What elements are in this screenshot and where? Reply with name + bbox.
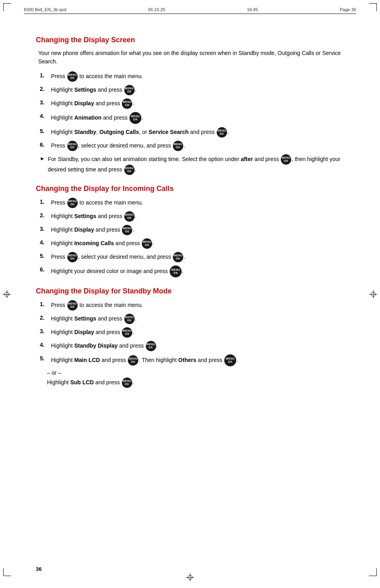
inc-step-5-num: 5.: [40, 252, 51, 261]
step-2-content: Highlight Settings and press MENUOK.: [51, 85, 344, 95]
page: 8300 Bell_EN_3b.qxd 05.10.25 16:45 Page …: [0, 0, 380, 588]
step-2: 2. Highlight Settings and press MENUOK.: [40, 85, 344, 95]
menu-btn-sb-5a: MENUOK: [128, 355, 138, 366]
sb-step-4-num: 4.: [40, 341, 51, 350]
menu-btn-4: MENUOK: [129, 112, 141, 124]
sb-step-4: 4. Highlight Standby Display and press M…: [40, 341, 344, 351]
step-6: 6. Press MENUOK, select your desired men…: [40, 141, 344, 151]
sb-step-2-num: 2.: [40, 314, 51, 323]
section-standby-mode: Changing the Display for Standby Mode 1.…: [36, 287, 344, 388]
inc-step-4: 4. Highlight Incoming Calls and press ME…: [40, 238, 344, 249]
menu-btn-inc-6: MENUOK: [170, 265, 182, 277]
menu-btn-sb-4: MENUOK: [146, 341, 156, 351]
menu-btn-sb-1: MENUOK: [67, 300, 78, 311]
step-1: 1. Press MENUOK to access the main menu.: [40, 71, 344, 82]
step-1-content: Press MENUOK to access the main menu.: [51, 71, 344, 82]
step-5-num: 5.: [40, 127, 51, 136]
bullet-1-content: For Standby, you can also set animation …: [48, 154, 344, 175]
sb-step-1-num: 1.: [40, 300, 51, 309]
menu-btn-inc-3: MENUOK: [122, 225, 132, 235]
step-4-content: Highlight Animation and press MENUOK.: [51, 112, 344, 124]
sub-lcd-text: Highlight Sub LCD and press MENUOK.: [47, 379, 134, 385]
menu-btn-sb-3: MENUOK: [122, 327, 132, 338]
inc-step-5: 5. Press MENUOK, select your desired men…: [40, 252, 344, 262]
step-4-num: 4.: [40, 112, 51, 121]
menu-btn-inc-5a: MENUOK: [67, 252, 78, 262]
menu-btn-5: MENUOK: [217, 127, 227, 138]
step-6-content: Press MENUOK, select your desired menu, …: [51, 141, 344, 151]
sb-step-1: 1. Press MENUOK to access the main menu.: [40, 300, 344, 311]
sb-step-5-num: 5.: [40, 354, 51, 363]
crop-mark-tl: [3, 3, 11, 11]
inc-step-2: 2. Highlight Settings and press MENUOK.: [40, 211, 344, 222]
menu-btn-sb-2: MENUOK: [124, 314, 135, 324]
inc-step-1-content: Press MENUOK to access the main menu.: [51, 198, 344, 208]
sub-lcd-note: Highlight Sub LCD and press MENUOK.: [47, 378, 344, 388]
step-3-num: 3.: [40, 98, 51, 107]
header-time: 16:45: [247, 7, 258, 12]
menu-btn-sb-5b: MENUOK: [224, 354, 236, 366]
inc-step-2-content: Highlight Settings and press MENUOK.: [51, 211, 344, 222]
reg-mark-bottom: [186, 574, 194, 581]
menu-btn-inc-4: MENUOK: [142, 238, 152, 249]
section-standby-mode-steps: 1. Press MENUOK to access the main menu.…: [40, 300, 344, 366]
inc-step-6-num: 6.: [40, 265, 51, 274]
step-5-content: Highlight Standby, Outgoing Calls, or Se…: [51, 127, 344, 138]
crop-mark-tr: [369, 3, 377, 11]
section-display-screen-bullets: ► For Standby, you can also set animatio…: [40, 154, 344, 175]
section-incoming-calls-title: Changing the Display for Incoming Calls: [36, 185, 344, 193]
sb-step-2-content: Highlight Settings and press MENUOK.: [51, 314, 344, 324]
bullet-item-1: ► For Standby, you can also set animatio…: [40, 154, 344, 175]
inc-step-4-num: 4.: [40, 238, 51, 247]
crop-mark-bl: [3, 568, 11, 576]
menu-btn-1: MENUOK: [67, 71, 78, 82]
reg-mark-right: [370, 291, 377, 298]
sb-step-4-content: Highlight Standby Display and press MENU…: [51, 341, 344, 351]
sb-step-3-num: 3.: [40, 327, 51, 336]
inc-step-1: 1. Press MENUOK to access the main menu.: [40, 198, 344, 208]
sb-step-3-content: Highlight Display and press MENUOK.: [51, 327, 344, 338]
inc-step-4-content: Highlight Incoming Calls and press MENUO…: [51, 238, 344, 249]
section-display-screen-steps: 1. Press MENUOK to access the main menu.…: [40, 71, 344, 151]
page-number: 36: [36, 566, 41, 572]
menu-btn-6a: MENUOK: [67, 141, 78, 151]
step-2-num: 2.: [40, 85, 51, 94]
inc-step-5-content: Press MENUOK, select your desired menu, …: [51, 252, 344, 262]
header-left: 8300 Bell_EN_3b.qxd: [24, 7, 66, 12]
inc-step-1-num: 1.: [40, 198, 51, 206]
sb-step-5-content: Highlight Main LCD and press MENUOK. The…: [51, 354, 344, 366]
section-display-screen-title: Changing the Display Screen: [36, 36, 344, 44]
inc-step-6: 6. Highlight your desired color or image…: [40, 265, 344, 277]
menu-btn-bullet1b: MENUOK: [124, 165, 135, 175]
menu-btn-sublcd: MENUOK: [122, 378, 132, 388]
arrow-icon-1: ►: [40, 154, 48, 163]
menu-btn-bullet1a: MENUOK: [281, 154, 291, 165]
menu-btn-inc-1: MENUOK: [67, 198, 78, 208]
inc-step-2-num: 2.: [40, 211, 51, 220]
step-6-num: 6.: [40, 141, 51, 149]
inc-step-6-content: Highlight your desired color or image an…: [51, 265, 344, 277]
menu-btn-2: MENUOK: [124, 85, 135, 95]
header-bar: 8300 Bell_EN_3b.qxd 05.10.25 16:45 Page …: [24, 7, 356, 14]
step-3-content: Highlight Display and press MENUOK.: [51, 98, 344, 109]
step-4: 4. Highlight Animation and press MENUOK.: [40, 112, 344, 124]
sb-step-2: 2. Highlight Settings and press MENUOK.: [40, 314, 344, 324]
crop-mark-br: [369, 568, 377, 576]
header-middle: 05.10.25: [148, 7, 165, 12]
or-divider: – or –: [47, 370, 344, 376]
sb-step-3: 3. Highlight Display and press MENUOK.: [40, 327, 344, 338]
inc-step-3: 3. Highlight Display and press MENUOK.: [40, 225, 344, 235]
section-standby-mode-title: Changing the Display for Standby Mode: [36, 287, 344, 295]
section-incoming-calls-steps: 1. Press MENUOK to access the main menu.…: [40, 198, 344, 277]
step-1-num: 1.: [40, 71, 51, 80]
step-3: 3. Highlight Display and press MENUOK.: [40, 98, 344, 109]
section-incoming-calls: Changing the Display for Incoming Calls …: [36, 185, 344, 277]
section-display-screen: Changing the Display Screen Your new pho…: [36, 36, 344, 175]
inc-step-3-num: 3.: [40, 225, 51, 234]
section-display-screen-intro: Your new phone offers animation for what…: [38, 49, 344, 66]
menu-btn-inc-2: MENUOK: [124, 211, 135, 222]
step-5: 5. Highlight Standby, Outgoing Calls, or…: [40, 127, 344, 138]
main-content: Changing the Display Screen Your new pho…: [36, 36, 344, 388]
menu-btn-3: MENUOK: [122, 98, 132, 109]
sb-step-5: 5. Highlight Main LCD and press MENUOK. …: [40, 354, 344, 366]
